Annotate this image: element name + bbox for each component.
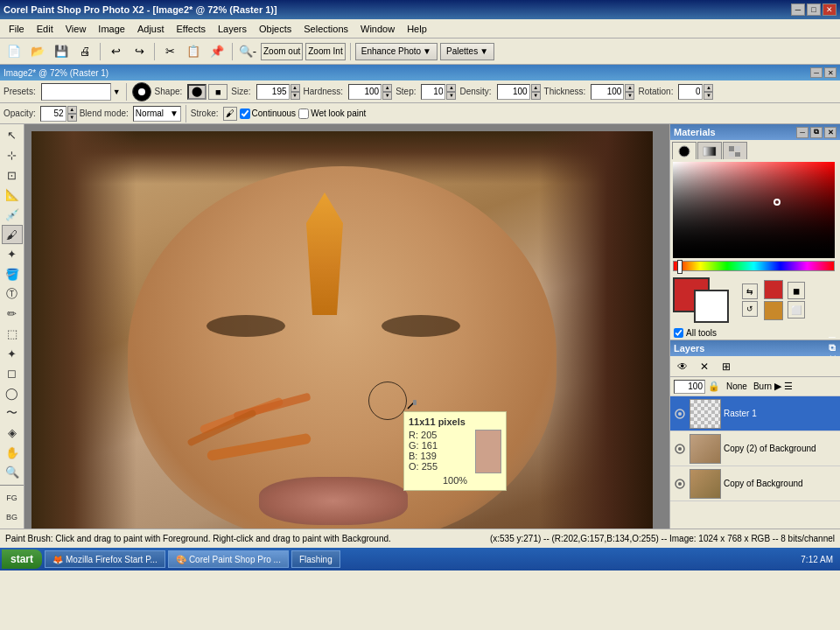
tool-eyedropper[interactable]: 💉 — [2, 206, 23, 225]
size-down-arrow[interactable]: ▼ — [290, 92, 300, 100]
menu-layers[interactable]: Layers — [213, 22, 252, 36]
canvas-area[interactable]: 11x11 pixels R: 205 G: 161 B: 139 O: 255… — [24, 124, 669, 528]
presets-chevron-icon[interactable]: ▼ — [113, 88, 121, 96]
rot-down[interactable]: ▼ — [704, 92, 713, 100]
opacity-input[interactable] — [40, 106, 66, 122]
hardness-up-arrow[interactable]: ▲ — [382, 84, 392, 92]
rot-up[interactable]: ▲ — [704, 84, 713, 92]
redo-btn[interactable]: ↪ — [129, 42, 150, 61]
layer-vis-copy2bg[interactable] — [673, 442, 687, 456]
all-tools-checkbox[interactable] — [674, 328, 683, 338]
opacity-down[interactable]: ▼ — [67, 114, 77, 122]
hue-slider[interactable] — [673, 261, 835, 271]
tab-pattern[interactable] — [723, 142, 747, 159]
tab-gradient[interactable] — [697, 142, 722, 159]
hardness-down-arrow[interactable]: ▼ — [382, 92, 392, 100]
close-btn[interactable]: ✕ — [822, 4, 836, 16]
copy-btn[interactable]: 📋 — [183, 42, 204, 61]
size-input[interactable] — [256, 84, 290, 100]
menu-selections[interactable]: Selections — [298, 22, 354, 36]
step-input[interactable] — [421, 84, 445, 100]
layer-row-copybg[interactable]: Copy of Background — [670, 466, 840, 501]
menu-adjust[interactable]: Adjust — [132, 22, 170, 36]
hue-sat-picker[interactable] — [673, 162, 835, 258]
menu-window[interactable]: Window — [355, 22, 400, 36]
tool-foreground-color[interactable]: FG — [2, 488, 23, 508]
tool-straighten[interactable]: 📐 — [2, 186, 23, 205]
tool-selection[interactable]: ⬚ — [2, 325, 23, 344]
density-up-arrow[interactable]: ▲ — [531, 84, 541, 92]
thickness-up[interactable]: ▲ — [625, 84, 634, 92]
tool-smudge[interactable]: 〜 — [2, 403, 23, 423]
zoom-out-btn[interactable]: Zoom out — [261, 43, 303, 60]
recent-color-1[interactable] — [764, 280, 783, 299]
hardness-input[interactable] — [348, 84, 382, 100]
shape-square-btn[interactable]: ■ — [208, 84, 228, 100]
menu-help[interactable]: Help — [402, 22, 432, 36]
menu-effects[interactable]: Effects — [172, 22, 211, 36]
tool-select[interactable]: ↖ — [2, 126, 23, 145]
tool-hand[interactable]: ✋ — [2, 444, 23, 463]
menu-objects[interactable]: Objects — [254, 22, 297, 36]
taskbar-paintshop[interactable]: 🎨 Corel Paint Shop Pro ... — [168, 550, 289, 568]
menu-edit[interactable]: Edit — [32, 22, 59, 36]
reset-colors-btn[interactable]: ↺ — [742, 301, 758, 317]
tool-fill[interactable]: 🪣 — [2, 265, 23, 284]
materials-min-btn[interactable]: ─ — [796, 127, 808, 138]
inner-min-btn[interactable]: ─ — [810, 67, 822, 78]
open-btn[interactable]: 📂 — [27, 42, 48, 61]
layer-new-btn[interactable]: ⊞ — [717, 358, 736, 375]
density-input[interactable] — [497, 84, 530, 100]
tool-eraser[interactable]: ◻ — [2, 364, 23, 383]
zoom-in-btn[interactable]: Zoom Int — [305, 43, 345, 60]
tool-zoom[interactable]: 🔍 — [2, 463, 23, 482]
layer-row-raster1[interactable]: Raster 1 — [670, 396, 840, 431]
opacity-up[interactable]: ▲ — [67, 106, 77, 114]
rotation-input[interactable] — [678, 84, 703, 100]
materials-float-btn[interactable]: ⧉ — [810, 127, 822, 138]
layers-min-btn[interactable]: ─ — [829, 332, 836, 342]
save-btn[interactable]: 💾 — [51, 42, 72, 61]
layer-opacity-input[interactable] — [674, 380, 705, 394]
new-btn[interactable]: 📄 — [4, 42, 24, 61]
tool-crop[interactable]: ⊡ — [2, 165, 23, 185]
background-color[interactable] — [694, 290, 729, 323]
taskbar-firefox[interactable]: 🦊 Mozilla Firefox Start P... — [45, 550, 165, 568]
layer-visibility-btn[interactable]: 👁 — [673, 358, 692, 375]
stroke-icon-2[interactable]: ⬜ — [788, 301, 805, 318]
fill-icon[interactable]: ◼ — [788, 282, 805, 299]
layer-row-copy2bg[interactable]: Copy (2) of Background — [670, 431, 840, 466]
tool-draw[interactable]: ✏ — [2, 304, 23, 324]
size-up-arrow[interactable]: ▲ — [290, 84, 300, 92]
tool-paint-brush[interactable]: 🖌 — [2, 225, 23, 244]
minimize-btn[interactable]: ─ — [791, 4, 805, 16]
tool-text[interactable]: Ⓣ — [2, 284, 23, 304]
layer-vis-raster1[interactable] — [673, 407, 687, 421]
print-btn[interactable]: 🖨 — [74, 42, 95, 61]
inner-close-btn[interactable]: ✕ — [824, 67, 836, 78]
tool-deform[interactable]: ⊹ — [2, 146, 23, 165]
layer-vis-copybg[interactable] — [673, 477, 687, 491]
layer-expand-icon[interactable]: ☰ — [784, 381, 793, 392]
color-picker-area[interactable] — [670, 159, 840, 274]
blend-mode-dropdown[interactable]: Normal ▼ — [133, 106, 181, 122]
tool-sharpen[interactable]: ◈ — [2, 424, 23, 443]
presets-input[interactable] — [41, 83, 111, 101]
layer-blend-expand-icon[interactable]: ▶ — [774, 381, 781, 392]
swap-colors-btn[interactable]: ⇆ — [742, 284, 758, 299]
menu-file[interactable]: File — [4, 22, 30, 36]
tool-magic-wand[interactable]: ✦ — [2, 344, 23, 363]
menu-view[interactable]: View — [60, 22, 92, 36]
maximize-btn[interactable]: □ — [807, 4, 821, 16]
shape-circle-btn[interactable]: ⬤ — [187, 84, 206, 100]
density-down-arrow[interactable]: ▼ — [531, 92, 541, 100]
cut-btn[interactable]: ✂ — [159, 42, 180, 61]
tool-background-color[interactable]: BG — [2, 508, 23, 527]
taskbar-flashing[interactable]: Flashing — [291, 550, 340, 568]
zoom-out-main-btn[interactable]: 🔍- — [237, 42, 258, 61]
layer-delete-btn[interactable]: ✕ — [695, 358, 714, 375]
menu-image[interactable]: Image — [93, 22, 130, 36]
paste-btn[interactable]: 📌 — [206, 42, 228, 61]
palettes-btn[interactable]: Palettes ▼ — [440, 43, 494, 60]
tab-color[interactable] — [672, 142, 696, 159]
